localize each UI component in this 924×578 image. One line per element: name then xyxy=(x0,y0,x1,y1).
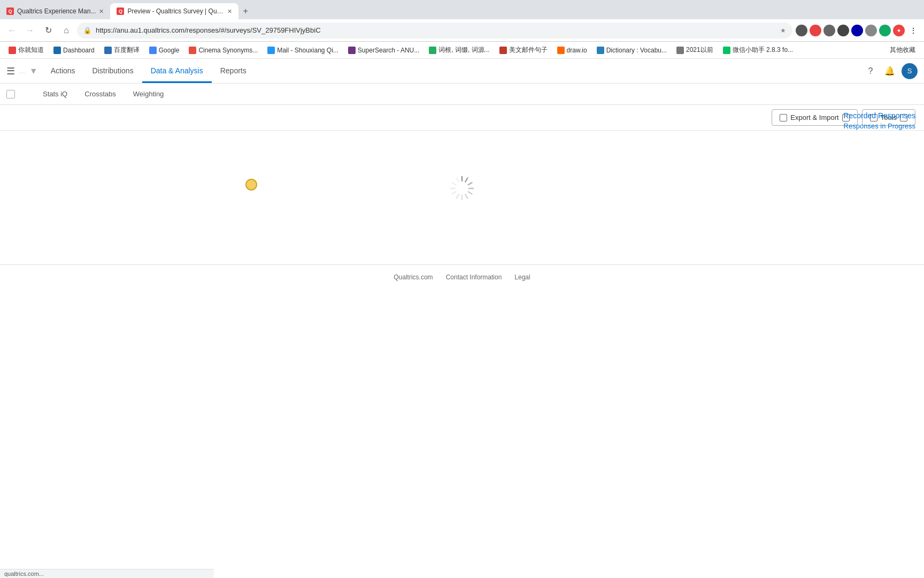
bookmarks-more-label: 其他收藏 xyxy=(890,46,915,54)
bookmark-dict[interactable]: Dictionary : Vocabu... xyxy=(592,45,671,56)
tab-1[interactable]: Q Qualtrics Experience Man... ✕ xyxy=(0,3,110,19)
help-icon[interactable]: ? xyxy=(863,64,878,79)
bookmark-wechat[interactable]: 微信小助手 2.8.3 fo... xyxy=(719,44,797,56)
bookmark-favicon-13 xyxy=(723,47,730,54)
bookmark-favicon-3 xyxy=(104,47,112,54)
reload-button[interactable]: ↻ xyxy=(41,23,56,38)
bookmark-drawio[interactable]: draw.io xyxy=(553,45,591,56)
cursor-indicator xyxy=(245,179,257,191)
sub-tab-filter[interactable] xyxy=(19,90,32,98)
select-all-checkbox[interactable] xyxy=(6,90,15,98)
forward-button[interactable]: → xyxy=(22,23,37,38)
bookmark-label-3: 百度翻译 xyxy=(114,45,140,55)
tab-2[interactable]: Q Preview - Qualtrics Survey | Qua... ✕ xyxy=(110,3,238,19)
loading-area: @keyframes spin { from { transform-origi… xyxy=(0,131,924,243)
bookmark-label-13: 微信小助手 2.8.3 fo... xyxy=(733,45,793,55)
bookmark-mail[interactable]: Mail - Shouxiang Qi... xyxy=(263,45,343,56)
bookmark-supersearch[interactable]: SuperSearch - ANU... xyxy=(344,45,424,56)
bookmark-mewen[interactable]: 美文邮件句子 xyxy=(495,44,552,56)
bookmark-label-9: 美文邮件句子 xyxy=(509,45,548,55)
svg-line-8 xyxy=(452,192,456,194)
bookmark-favicon-10 xyxy=(557,47,565,54)
bookmarks-more-button[interactable]: 其他收藏 xyxy=(886,44,920,56)
bookmark-label-5: Cinema Synonyms... xyxy=(198,47,258,54)
tab-2-title: Preview - Qualtrics Survey | Qua... xyxy=(127,7,224,15)
url-text: https://anu.au1.qualtrics.com/responses/… xyxy=(96,26,776,34)
sub-tab-crosstabs[interactable]: Crosstabs xyxy=(78,86,122,102)
sub-tab-weighting[interactable]: Weighting xyxy=(127,86,171,102)
home-button[interactable]: ⌂ xyxy=(59,23,74,38)
lock-icon: 🔒 xyxy=(83,27,91,34)
tab-2-favicon: Q xyxy=(117,7,124,15)
bell-icon[interactable]: 🔔 xyxy=(882,64,897,79)
bookmark-favicon-8 xyxy=(429,47,436,54)
tab-data-analysis[interactable]: Data & Analysis xyxy=(142,60,212,83)
bookmark-label-12: 2021以前 xyxy=(686,45,713,55)
url-bar[interactable]: 🔒 https://anu.au1.qualtrics.com/response… xyxy=(77,22,792,39)
nav-dropdown-icon[interactable]: ▼ xyxy=(29,66,38,76)
bookmark-favicon-11 xyxy=(597,47,604,54)
extension-icon-1[interactable] xyxy=(796,25,807,36)
bookmarks-bar: 你就知道 Dashboard 百度翻译 Google Cinema Synony… xyxy=(0,42,924,59)
svg-line-1 xyxy=(465,178,467,182)
sub-tab-stats-iq[interactable]: Stats iQ xyxy=(36,86,74,102)
toolbar: Export & Import Tools xyxy=(0,105,924,131)
footer-link-qualtrics[interactable]: Qualtrics.com xyxy=(394,273,433,281)
bookmark-dashboard[interactable]: Dashboard xyxy=(49,45,99,56)
footer-link-contact[interactable]: Contact Information xyxy=(446,273,502,281)
tab-1-close[interactable]: ✕ xyxy=(99,8,104,15)
responses-in-progress-link[interactable]: Responses in Progress xyxy=(844,122,915,130)
bookmark-label-6: Mail - Shouxiang Qi... xyxy=(277,47,338,54)
bookmark-favicon-9 xyxy=(499,47,507,54)
svg-line-2 xyxy=(468,182,472,185)
bookmark-label-10: draw.io xyxy=(567,47,587,54)
bookmark-favicon-4 xyxy=(149,47,157,54)
bookmark-cigen[interactable]: 词根, 词缀, 词源... xyxy=(425,44,494,56)
tab-1-favicon: Q xyxy=(6,7,14,15)
right-panel: Recorded Responses Responses in Progress xyxy=(835,105,924,136)
main-nav: ☰ ... ▼ Actions Distributions Data & Ana… xyxy=(0,59,924,83)
extension-icon-7[interactable] xyxy=(879,25,891,36)
hamburger-icon[interactable]: ☰ xyxy=(6,65,15,77)
back-button[interactable]: ← xyxy=(4,23,19,38)
extension-icon-8[interactable]: ★ xyxy=(893,25,905,36)
tab-1-title: Qualtrics Experience Man... xyxy=(17,7,96,15)
menu-dots[interactable]: ⋮ xyxy=(907,24,920,37)
header-right: ? 🔔 S xyxy=(863,63,918,79)
bookmark-nihao[interactable]: 你就知道 xyxy=(4,44,48,56)
bookmark-2021[interactable]: 2021以前 xyxy=(672,44,718,56)
tab-distributions[interactable]: Distributions xyxy=(84,60,142,83)
extension-icon-4[interactable] xyxy=(837,25,849,36)
tab-2-close[interactable]: ✕ xyxy=(227,8,232,15)
bookmark-label-11: Dictionary : Vocabu... xyxy=(606,47,667,54)
user-avatar[interactable]: S xyxy=(902,63,918,79)
bookmark-favicon-12 xyxy=(676,47,684,54)
extension-icon-6[interactable] xyxy=(865,25,877,36)
bookmark-cinema[interactable]: Cinema Synonyms... xyxy=(184,45,262,56)
tab-actions[interactable]: Actions xyxy=(42,60,84,83)
bookmark-favicon-7 xyxy=(348,47,356,54)
footer-link-legal[interactable]: Legal xyxy=(514,273,530,281)
star-icon[interactable]: ★ xyxy=(780,27,786,34)
sub-nav: Stats iQ Crosstabs Weighting xyxy=(0,83,924,105)
extension-icon-3[interactable] xyxy=(823,25,835,36)
recorded-responses-link[interactable]: Recorded Responses xyxy=(843,111,915,120)
extension-icon-5[interactable] xyxy=(851,25,863,36)
export-import-label: Export & Import xyxy=(790,113,838,121)
app: ☰ ... ▼ Actions Distributions Data & Ana… xyxy=(0,59,924,319)
main-content: Recorded Responses Responses in Progress… xyxy=(0,105,924,319)
bookmark-favicon-5 xyxy=(189,47,196,54)
bookmark-label-1: 你就知道 xyxy=(18,45,44,55)
bookmark-google[interactable]: Google xyxy=(145,45,184,56)
export-import-icon xyxy=(780,114,787,121)
footer: Qualtrics.com Contact Information Legal xyxy=(0,264,924,290)
new-tab-button[interactable]: + xyxy=(238,3,252,19)
bookmark-baidu[interactable]: 百度翻译 xyxy=(100,44,144,56)
tab-bar: Q Qualtrics Experience Man... ✕ Q Previe… xyxy=(0,0,924,19)
extension-icon-2[interactable] xyxy=(810,25,821,36)
nav-separator: ... xyxy=(19,67,25,75)
bookmark-label-8: 词根, 词缀, 词源... xyxy=(438,45,489,55)
browser-window: Q Qualtrics Experience Man... ✕ Q Previe… xyxy=(0,0,924,319)
svg-line-10 xyxy=(452,182,456,185)
tab-reports[interactable]: Reports xyxy=(212,60,255,83)
